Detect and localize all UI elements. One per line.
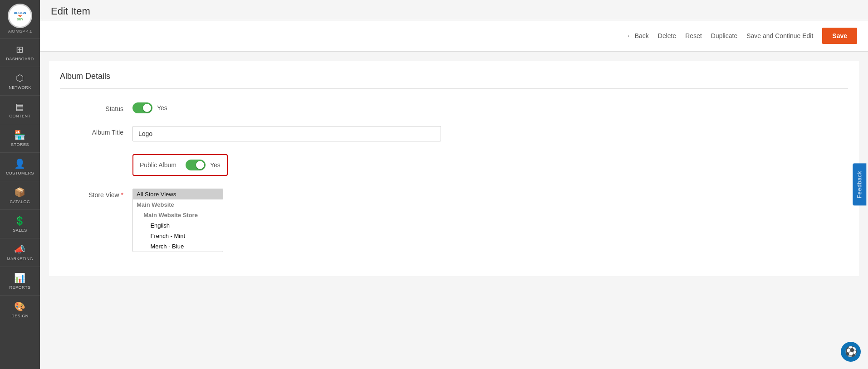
form-section-title: Album Details (60, 72, 848, 81)
logo-n: 'N' (18, 15, 22, 18)
public-album-field: Public Album Yes (132, 154, 468, 176)
public-album-slider (186, 160, 206, 170)
sidebar-item-catalog[interactable]: 📦 CATALOG (0, 181, 40, 209)
sidebar-item-dashboard[interactable]: ⊞ DASHBOARD (0, 38, 40, 67)
marketing-icon: 📣 (14, 244, 26, 255)
album-title-row: Album Title (60, 126, 468, 141)
option-main-website[interactable]: Main Website (133, 199, 223, 210)
sidebar-item-sales[interactable]: 💲 SALES (0, 209, 40, 238)
back-button[interactable]: ← Back (627, 32, 649, 39)
sidebar-item-reports[interactable]: 📊 REPORTS (0, 267, 40, 295)
status-slider (132, 102, 152, 113)
public-album-value: Yes (210, 161, 221, 169)
option-french-mint[interactable]: French - Mint (133, 231, 223, 241)
content-icon: ▤ (15, 101, 25, 112)
page-header: Edit Item (40, 0, 868, 20)
logo-design: DESIGN (14, 11, 26, 15)
option-english[interactable]: English (133, 220, 223, 231)
public-album-label-outer (60, 154, 132, 157)
form-container: Album Details Status Yes Album Title (49, 61, 859, 276)
duplicate-button[interactable]: Duplicate (711, 32, 737, 39)
sidebar-item-design[interactable]: 🎨 DESIGN (0, 295, 40, 324)
album-title-input[interactable] (132, 126, 441, 141)
action-bar: ← Back Delete Reset Duplicate Save and C… (40, 20, 868, 52)
help-icon: ⚽ (845, 346, 857, 358)
feedback-button[interactable]: Feedback (853, 164, 867, 206)
option-all-store-views[interactable]: All Store Views (133, 189, 223, 199)
sidebar-item-content[interactable]: ▤ CONTENT (0, 95, 40, 124)
status-value: Yes (157, 104, 167, 112)
sidebar-item-stores[interactable]: 🏪 STORES (0, 124, 40, 152)
form-divider (60, 88, 848, 89)
public-album-toggle[interactable] (186, 160, 206, 170)
status-row: Status Yes (60, 102, 468, 113)
customers-icon: 👤 (14, 158, 26, 169)
store-view-field: All Store Views Main Website Main Websit… (132, 189, 223, 252)
reports-icon: 📊 (14, 272, 26, 283)
main-content: Edit Item ← Back Delete Reset Duplicate … (40, 0, 868, 369)
catalog-icon: 📦 (14, 187, 26, 198)
required-indicator: * (119, 191, 123, 199)
dashboard-icon: ⊞ (16, 44, 24, 55)
option-main-website-store[interactable]: Main Website Store (133, 210, 223, 220)
logo-buy: BUY (17, 18, 24, 21)
status-label: Status (60, 102, 132, 112)
save-continue-button[interactable]: Save and Continue Edit (746, 32, 813, 39)
public-album-highlighted: Public Album Yes (132, 154, 228, 176)
store-view-row: Store View * All Store Views Main Websit… (60, 189, 468, 252)
help-button[interactable]: ⚽ (841, 342, 861, 362)
status-field: Yes (132, 102, 468, 113)
save-button[interactable]: Save (822, 28, 857, 44)
option-merch-blue[interactable]: Merch - Blue (133, 241, 223, 252)
store-view-select[interactable]: All Store Views Main Website Main Websit… (132, 189, 223, 252)
stores-icon: 🏪 (14, 130, 26, 141)
store-view-label: Store View * (60, 189, 132, 199)
sidebar-version: AIO W2P 4.1 (8, 29, 32, 34)
page-title: Edit Item (51, 5, 857, 17)
logo[interactable]: DESIGN 'N' BUY (8, 4, 32, 28)
design-icon: 🎨 (14, 301, 26, 312)
sidebar-item-network[interactable]: ⬡ NETWORK (0, 67, 40, 95)
network-icon: ⬡ (16, 73, 24, 83)
album-title-field (132, 126, 468, 141)
public-album-label: Public Album (140, 161, 181, 169)
sidebar-item-marketing[interactable]: 📣 MARKETING (0, 238, 40, 267)
sidebar: DESIGN 'N' BUY AIO W2P 4.1 ⊞ DASHBOARD ⬡… (0, 0, 40, 369)
sidebar-item-customers[interactable]: 👤 CUSTOMERS (0, 152, 40, 181)
sales-icon: 💲 (14, 215, 26, 226)
status-toggle-wrapper: Yes (132, 102, 468, 113)
public-album-row: Public Album Yes (60, 154, 468, 176)
album-title-label: Album Title (60, 126, 132, 136)
reset-button[interactable]: Reset (685, 32, 702, 39)
delete-button[interactable]: Delete (658, 32, 676, 39)
status-toggle[interactable] (132, 102, 152, 113)
